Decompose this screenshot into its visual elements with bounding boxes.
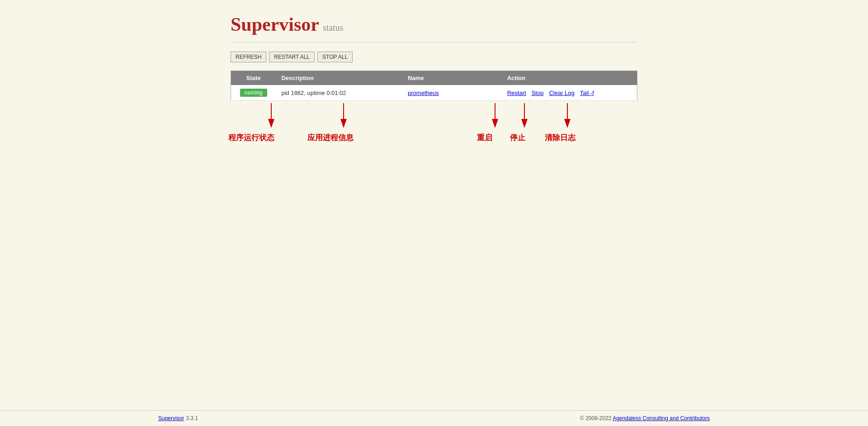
table-header: State Description Name Action [231, 71, 637, 85]
annotations-container: 程序运行状态 应用进程信息 重启 停止 [231, 103, 637, 162]
col-header-state: State [231, 71, 276, 85]
restart-all-button[interactable]: RESTART ALL [269, 52, 315, 62]
svg-marker-9 [564, 119, 571, 128]
action-cell: Restart Stop Clear Log Tail -f [502, 85, 637, 101]
stop-link[interactable]: Stop [532, 90, 544, 96]
footer-version: 3.3.1 [186, 415, 198, 421]
footer-company-link[interactable]: Agendaless Consulting and Contributors [613, 415, 710, 421]
svg-marker-1 [268, 119, 274, 128]
stop-annotation-label: 停止 [510, 133, 525, 143]
toolbar: REFRESH RESTART ALL STOP ALL [231, 52, 637, 62]
footer-left: Supervisor 3.3.1 [158, 415, 198, 421]
process-name-link[interactable]: prometheus [408, 90, 439, 96]
table-header-row: State Description Name Action [231, 71, 637, 85]
main-content: Supervisor status REFRESH RESTART ALL ST… [231, 0, 637, 162]
col-header-description: Description [276, 71, 402, 85]
action-links: Restart Stop Clear Log Tail -f [507, 90, 632, 96]
svg-marker-7 [521, 119, 528, 128]
svg-marker-3 [340, 119, 347, 128]
desc-arrow-svg [335, 103, 353, 130]
clearlog-arrow-svg [558, 103, 576, 130]
footer-copyright: © 2006-2022 [580, 415, 612, 421]
restart-annotation-label: 重启 [477, 133, 492, 143]
state-arrow-svg [262, 103, 280, 130]
restart-arrow-svg [486, 103, 504, 130]
restart-link[interactable]: Restart [507, 90, 526, 96]
clearlog-annotation-label: 清除日志 [545, 133, 576, 143]
stop-arrow-svg [515, 103, 533, 130]
state-annotation-label: 程序运行状态 [228, 133, 274, 143]
col-header-action: Action [502, 71, 637, 85]
page-wrapper: Supervisor status REFRESH RESTART ALL ST… [0, 0, 868, 426]
refresh-button[interactable]: REFRESH [231, 52, 266, 62]
app-title: Supervisor [231, 14, 319, 35]
tail-f-link[interactable]: Tail -f [580, 90, 594, 96]
footer-app-link[interactable]: Supervisor [158, 415, 184, 421]
status-badge: running [240, 89, 267, 97]
process-table: State Description Name Action running pi… [231, 71, 637, 101]
stop-all-button[interactable]: STOP ALL [317, 52, 353, 62]
table-row: running pid 1882, uptime 0:01:02 prometh… [231, 85, 637, 101]
title-area: Supervisor status [231, 14, 637, 35]
header-divider [231, 42, 637, 43]
name-cell: prometheus [402, 85, 502, 101]
clear-log-link[interactable]: Clear Log [549, 90, 574, 96]
col-header-name: Name [402, 71, 502, 85]
description-cell: pid 1882, uptime 0:01:02 [276, 85, 402, 101]
state-cell: running [231, 85, 276, 101]
header-section: Supervisor status [231, 14, 637, 43]
footer-right: © 2006-2022 Agendaless Consulting and Co… [580, 415, 710, 421]
svg-marker-5 [492, 119, 498, 128]
footer: Supervisor 3.3.1 © 2006-2022 Agendaless … [0, 410, 868, 426]
desc-annotation-label: 应用进程信息 [307, 133, 354, 143]
table-body: running pid 1882, uptime 0:01:02 prometh… [231, 85, 637, 101]
app-subtitle: status [323, 23, 344, 33]
